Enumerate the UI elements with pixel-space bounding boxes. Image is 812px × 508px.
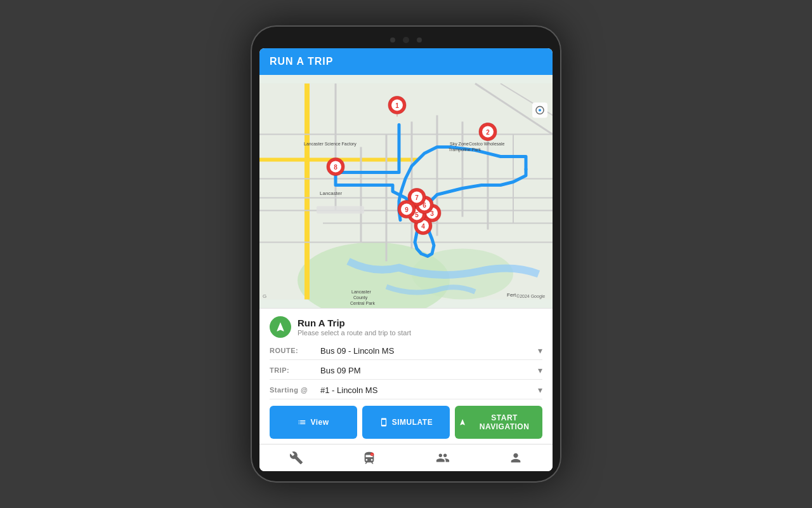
trip-header: Run A Trip Please select a route and tri…: [270, 316, 542, 338]
route-value: Bus 09 - Lincoln MS: [320, 346, 394, 356]
bottom-nav: !: [259, 444, 553, 471]
svg-text:Lancaster: Lancaster: [320, 190, 342, 196]
route-select[interactable]: Bus 09 - Lincoln MS ▾: [320, 345, 542, 356]
trip-label: TRIP:: [270, 366, 320, 374]
start-navigation-button[interactable]: START NAVIGATION: [455, 406, 542, 439]
svg-text:Costco Wholesale: Costco Wholesale: [469, 142, 505, 146]
simulate-button[interactable]: SIMULATE: [362, 406, 450, 439]
camera-lens: [403, 37, 409, 43]
starting-select[interactable]: #1 - Lincoln MS ▾: [320, 385, 542, 395]
trip-title: Run A Trip: [298, 318, 411, 328]
view-label: View: [310, 418, 329, 427]
trip-value: Bus 09 PM: [320, 366, 361, 375]
svg-rect-21: [317, 206, 364, 214]
simulate-icon: [379, 418, 388, 427]
nav-bus-stops[interactable]: !: [333, 444, 407, 471]
tools-icon: [289, 451, 303, 465]
tablet-camera-bar: [259, 37, 553, 43]
starting-value: #1 - Lincoln MS: [320, 385, 377, 395]
svg-text:1: 1: [395, 102, 399, 109]
svg-text:Central Park: Central Park: [350, 301, 375, 305]
svg-point-33: [539, 109, 541, 112]
svg-text:5: 5: [415, 211, 419, 218]
app-title: RUN A TRIP: [270, 56, 333, 67]
trip-icon: [270, 316, 291, 338]
svg-text:7: 7: [415, 194, 419, 201]
map-credit: ©2024 Google: [516, 294, 545, 299]
nav-profile[interactable]: [480, 444, 553, 471]
trip-select[interactable]: Bus 09 PM ▾: [320, 365, 542, 375]
nav-tools[interactable]: [259, 444, 333, 471]
svg-text:Trampoline Park: Trampoline Park: [449, 147, 481, 152]
view-button[interactable]: View: [270, 406, 357, 439]
svg-text:2: 2: [486, 129, 490, 136]
trip-title-block: Run A Trip Please select a route and tri…: [298, 318, 411, 337]
route-dropdown-arrow: ▾: [538, 345, 542, 356]
bus-stops-icon: !: [362, 451, 376, 465]
svg-text:!: !: [372, 454, 372, 457]
camera-dot-right: [417, 37, 422, 43]
profile-icon: [509, 451, 523, 465]
passengers-icon: [436, 451, 450, 465]
trip-form-panel: Run A Trip Please select a route and tri…: [259, 308, 553, 444]
nav-passengers[interactable]: [406, 444, 480, 471]
trip-dropdown-arrow: ▾: [538, 365, 542, 375]
svg-text:G: G: [263, 293, 266, 299]
map-view[interactable]: Lancaster Science Factory Lancaster Sky …: [259, 75, 553, 308]
tablet-screen: RUN A TRIP: [259, 48, 553, 471]
trip-subtitle: Please select a route and trip to start: [298, 329, 411, 337]
svg-text:Lancaster: Lancaster: [351, 290, 371, 294]
trip-row: TRIP: Bus 09 PM ▾: [270, 365, 542, 380]
navigate-label: START NAVIGATION: [470, 413, 539, 431]
starting-row: Starting @ #1 - Lincoln MS ▾: [270, 385, 542, 399]
navigation-icon: [459, 418, 466, 427]
svg-text:Fert: Fert: [507, 292, 516, 298]
tablet-device: RUN A TRIP: [251, 25, 561, 483]
view-icon: [298, 418, 306, 427]
map-svg: Lancaster Science Factory Lancaster Sky …: [259, 75, 553, 308]
svg-text:Lancaster Science Factory: Lancaster Science Factory: [304, 142, 357, 147]
camera-dot-left: [390, 37, 395, 43]
starting-label: Starting @: [270, 386, 320, 394]
route-row: ROUTE: Bus 09 - Lincoln MS ▾: [270, 345, 542, 360]
route-label: ROUTE:: [270, 347, 320, 354]
svg-text:Sky Zone: Sky Zone: [450, 142, 469, 147]
svg-text:8: 8: [334, 164, 337, 171]
svg-text:4: 4: [421, 223, 425, 230]
app-header: RUN A TRIP: [259, 48, 553, 75]
simulate-label: SIMULATE: [392, 418, 433, 427]
svg-text:County: County: [353, 295, 368, 300]
action-buttons: View SIMULATE START NAVIGATION: [270, 406, 542, 439]
svg-text:9: 9: [405, 206, 409, 213]
starting-dropdown-arrow: ▾: [538, 385, 542, 395]
